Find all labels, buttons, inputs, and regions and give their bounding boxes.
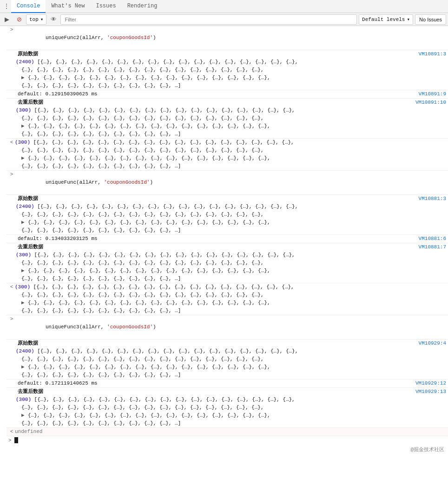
array-cont-text-3a: {…}, {…}, {…}, {…}, {…}, {…}, {…}, {…}, … (21, 355, 446, 363)
expand-icon-d3a[interactable]: ▶ (21, 412, 28, 419)
array-row-300-3: (300) [{…}, {…}, {…}, {…}, {…}, {…}, {…}… (7, 396, 448, 404)
array-cont-text-1b: {…}, {…}, {…}, {…}, {…}, {…}, {…}, {…}, … (21, 82, 446, 90)
source-vm10929-13[interactable]: VM10929:13 (415, 388, 446, 396)
console-toolbar: ▶ ⊘ top ▾ 👁 Default levels ▾ No Issues (0, 13, 448, 26)
array-cont-d2b: {…}, {…}, {…}, {…}, {…}, {…}, {…}, {…}, … (7, 275, 448, 283)
array-expand-3a[interactable]: ▶ {…}, {…}, {…}, {…}, {…}, {…}, {…}, {…}… (7, 363, 448, 371)
array-cont-2a: {…}, {…}, {…}, {…}, {…}, {…}, {…}, {…}, … (7, 211, 448, 219)
label-raw-3: 原始数据 (8, 340, 38, 347)
menu-icon[interactable]: ⋮ (2, 0, 11, 13)
tab-rendering[interactable]: Rendering (122, 0, 163, 13)
return-expand-icon-2a[interactable]: ▶ (21, 299, 28, 307)
func-call-row-2[interactable]: > uniqueFunc(allArr, 'couponGoodsId') (7, 171, 448, 194)
label-raw-1: 原始数据 (8, 50, 38, 58)
default-text-1: default: 0.129150390625 ms (8, 90, 98, 98)
array-expand-d3a[interactable]: ▶ {…}, {…}, {…}, {…}, {…}, {…}, {…}, {…}… (7, 412, 448, 419)
expand-icon-3a[interactable]: ▶ (21, 363, 28, 371)
array-cont-2b: {…}, {…}, {…}, {…}, {…}, {…}, {…}, {…}, … (7, 226, 448, 234)
array-expand-d1a[interactable]: ▶ {…}, {…}, {…}, {…}, {…}, {…}, {…}, {…}… (7, 122, 448, 130)
source-vm10881-7[interactable]: VM10881:7 (419, 243, 446, 251)
default-text-2: default: 0.134033203125 ms (8, 235, 98, 243)
entry-block-3: > uniqueFunc3(allArr, 'couponGoodsId') (7, 315, 448, 340)
entry-block-default-3: default: 0.172119140625 ms VM10929:12 (7, 379, 448, 388)
func-call-text-2: uniqueFunc(allArr, 'couponGoodsId') (15, 171, 446, 194)
expand-icon-d1a[interactable]: ▶ (21, 122, 28, 130)
array-cont-text-1a: {…}, {…}, {…}, {…}, {…}, {…}, {…}, {…}, … (21, 66, 446, 74)
array-cont-text-2b: {…}, {…}, {…}, {…}, {…}, {…}, {…}, {…}, … (21, 226, 446, 234)
return-expand-2a[interactable]: ▶ {…}, {…}, {…}, {…}, {…}, {…}, {…}, {…}… (7, 299, 448, 307)
array-cont-text-d1b: {…}, {…}, {…}, {…}, {…}, {…}, {…}, {…}, … (21, 130, 446, 138)
entry-block-default-2: default: 0.134033203125 ms VM10881:6 (7, 235, 448, 243)
entry-block-dedup-3: 去重后数据 VM10929:13 (300) [{…}, {…}, {…}, {… (7, 388, 448, 428)
entry-block-dedup-2: 去重后数据 VM10881:7 (300) [{…}, {…}, {…}, {…… (7, 243, 448, 283)
func-call-row-3[interactable]: > uniqueFunc3(allArr, 'couponGoodsId') (7, 315, 448, 339)
source-vm10881-3[interactable]: VM10881:3 (419, 195, 446, 203)
array-content-2400-2: (2400) [{…}, {…}, {…}, {…}, {…}, {…}, {…… (16, 203, 446, 211)
input-marker-2: > (8, 171, 15, 179)
watermark: @掘金技术社区 (7, 444, 448, 455)
no-issues-button[interactable]: No Issues (415, 14, 446, 25)
tab-issues[interactable]: Issues (90, 0, 121, 13)
stop-button[interactable]: ⊘ (14, 14, 24, 25)
array-expand-text-2a: {…}, {…}, {…}, {…}, {…}, {…}, {…}, {…}, … (28, 219, 446, 226)
expand-icon-2a[interactable]: ▶ (21, 219, 28, 226)
return-cont-1b: {…}, {…}, {…}, {…}, {…}, {…}, {…}, {…}, … (7, 162, 448, 170)
array-cont-text-3b: {…}, {…}, {…}, {…}, {…}, {…}, {…}, {…}, … (21, 371, 446, 379)
console-prompt[interactable]: > (7, 436, 448, 444)
array-expand-1a[interactable]: ▶ {…}, {…}, {…}, {…}, {…}, {…}, {…}, {…}… (7, 74, 448, 82)
source-vm10881-6[interactable]: VM10881:6 (419, 235, 446, 243)
array-expand-2a[interactable]: ▶ {…}, {…}, {…}, {…}, {…}, {…}, {…}, {…}… (7, 219, 448, 226)
context-label: top (29, 17, 39, 22)
array-cont-1b: {…}, {…}, {…}, {…}, {…}, {…}, {…}, {…}, … (7, 82, 448, 90)
array-cont-text-d3b: {…}, {…}, {…}, {…}, {…}, {…}, {…}, {…}, … (21, 419, 446, 427)
array-cont-text-2a: {…}, {…}, {…}, {…}, {…}, {…}, {…}, {…}, … (21, 211, 446, 219)
array-cont-d1b: {…}, {…}, {…}, {…}, {…}, {…}, {…}, {…}, … (7, 130, 448, 138)
array-cont-d3b: {…}, {…}, {…}, {…}, {…}, {…}, {…}, {…}, … (7, 419, 448, 427)
source-vm10891-10[interactable]: VM10891:10 (415, 99, 446, 107)
expand-icon-1a[interactable]: ▶ (21, 74, 28, 82)
entry-block-dedup-1: 去重后数据 VM10891:10 (300) [{…}, {…}, {…}, {… (7, 99, 448, 139)
array-expand-d2a[interactable]: ▶ {…}, {…}, {…}, {…}, {…}, {…}, {…}, {…}… (7, 267, 448, 275)
return-expand-1a[interactable]: ▶ {…}, {…}, {…}, {…}, {…}, {…}, {…}, {…}… (7, 154, 448, 162)
execute-button[interactable]: ▶ (2, 14, 12, 25)
console-content: > uniqueFunc2(allArr, 'couponGoodsId') 原… (7, 26, 448, 455)
label-dedup-2: 去重后数据 (8, 243, 43, 251)
source-vm10929-12[interactable]: VM10929:12 (415, 379, 446, 387)
filter-input[interactable] (60, 14, 357, 25)
label-row-dedup-1: 去重后数据 VM10891:10 (7, 99, 448, 107)
watermark-text: @掘金技术社区 (410, 447, 444, 453)
context-selector[interactable]: top ▾ (26, 14, 46, 25)
tab-console[interactable]: Console (11, 0, 46, 13)
label-row-dedup-2: 去重后数据 VM10881:7 (7, 243, 448, 251)
source-vm10891-9[interactable]: VM10891:9 (419, 90, 446, 98)
return-row-2: < (300) [{…}, {…}, {…}, {…}, {…}, {…}, {… (7, 283, 448, 291)
entry-block-raw-2: 原始数据 VM10881:3 (2400) [{…}, {…}, {…}, {…… (7, 195, 448, 235)
array-row-2400-1: (2400) [{…}, {…}, {…}, {…}, {…}, {…}, {…… (7, 58, 448, 66)
array-expand-text-d2a: {…}, {…}, {…}, {…}, {…}, {…}, {…}, {…}, … (28, 267, 446, 275)
array-cont-text-d1a: {…}, {…}, {…}, {…}, {…}, {…}, {…}, {…}, … (21, 114, 446, 122)
func-call-text-3: uniqueFunc3(allArr, 'couponGoodsId') (15, 315, 446, 339)
entry-block-raw-1: 原始数据 VM10891:3 (2400) [{…}, {…}, {…}, {…… (7, 50, 448, 90)
levels-dropdown-icon: ▾ (407, 16, 410, 22)
return-content-2: (300) [{…}, {…}, {…}, {…}, {…}, {…}, {…}… (15, 283, 446, 291)
source-vm10929-4[interactable]: VM10929:4 (419, 340, 446, 347)
label-row-dedup-3: 去重后数据 VM10929:13 (7, 388, 448, 396)
undefined-row: < undefined (7, 428, 448, 436)
output-marker-undefined: < (8, 428, 15, 436)
levels-selector[interactable]: Default levels ▾ (359, 14, 413, 25)
array-cont-text-d2a: {…}, {…}, {…}, {…}, {…}, {…}, {…}, {…}, … (21, 259, 446, 267)
return-expand-icon-1a[interactable]: ▶ (21, 154, 28, 162)
array-content-300-3: (300) [{…}, {…}, {…}, {…}, {…}, {…}, {…}… (16, 396, 446, 404)
func-call-row-1[interactable]: > uniqueFunc2(allArr, 'couponGoodsId') (7, 26, 448, 50)
source-vm10891-3[interactable]: VM10891:3 (419, 50, 446, 58)
eye-button[interactable]: 👁 (48, 14, 59, 25)
tab-whats-new[interactable]: What's New (46, 0, 90, 13)
levels-label: Default levels (362, 17, 405, 22)
array-row-300-1: (300) [{…}, {…}, {…}, {…}, {…}, {…}, {…}… (7, 107, 448, 114)
default-text-3: default: 0.172119140625 ms (8, 379, 98, 387)
entry-block-undefined: < undefined (7, 428, 448, 436)
prompt-cursor (14, 437, 18, 443)
default-row-2: default: 0.134033203125 ms VM10881:6 (7, 235, 448, 243)
expand-icon-d2a[interactable]: ▶ (21, 267, 28, 275)
input-marker-3: > (8, 315, 15, 323)
